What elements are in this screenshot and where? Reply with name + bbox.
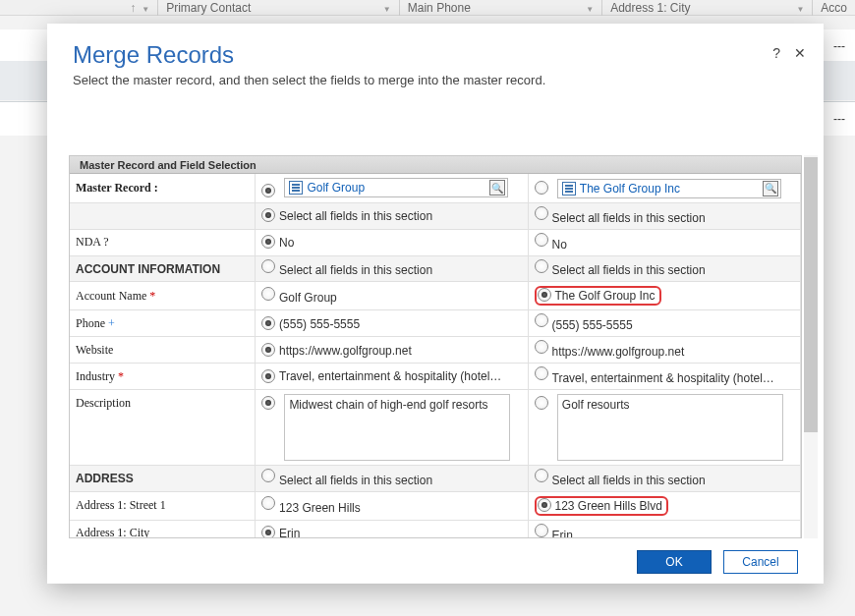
scrollbar-thumb[interactable] bbox=[804, 157, 818, 432]
radio-website-left[interactable] bbox=[261, 343, 275, 357]
record-icon bbox=[562, 182, 576, 196]
scrollbar-track[interactable] bbox=[804, 155, 818, 538]
radio-city-right[interactable] bbox=[535, 524, 548, 537]
radio-desc-right[interactable] bbox=[535, 396, 548, 410]
highlight-street: 123 Green Hills Blvd bbox=[535, 496, 668, 516]
radio-street-left[interactable] bbox=[261, 496, 275, 510]
radio-phone-left[interactable] bbox=[261, 316, 275, 330]
dialog-title: Merge Records bbox=[73, 41, 798, 69]
label-city: Address 1: City bbox=[76, 526, 149, 538]
col-address1-city[interactable]: Address 1: City bbox=[610, 1, 690, 15]
merge-records-dialog: Merge Records Select the master record, … bbox=[47, 24, 824, 584]
select-all-radio-right[interactable] bbox=[535, 206, 548, 220]
master-record-label: Master Record : bbox=[76, 181, 158, 195]
lookup-record2[interactable]: The Golf Group Inc 🔍 bbox=[557, 179, 781, 198]
radio-industry-right[interactable] bbox=[535, 366, 548, 380]
col-primary-contact[interactable]: Primary Contact bbox=[166, 1, 251, 15]
label-industry: Industry * bbox=[76, 369, 124, 383]
col-main-phone[interactable]: Main Phone bbox=[408, 1, 471, 15]
close-icon[interactable]: ✕ bbox=[794, 45, 806, 61]
radio-website-right[interactable] bbox=[535, 340, 548, 354]
select-all-addr-right[interactable] bbox=[535, 469, 548, 482]
section-bar-master: Master Record and Field Selection bbox=[70, 156, 801, 174]
filter-icon[interactable] bbox=[142, 1, 149, 15]
filter-icon[interactable] bbox=[586, 1, 594, 15]
cancel-button[interactable]: Cancel bbox=[723, 550, 798, 574]
section-account-info: ACCOUNT INFORMATION bbox=[76, 262, 220, 276]
label-website: Website bbox=[76, 343, 113, 357]
lookup-icon[interactable]: 🔍 bbox=[489, 180, 505, 196]
radio-acct-name-right[interactable] bbox=[538, 288, 551, 302]
merge-grid-panel: Master Record and Field Selection Master… bbox=[69, 155, 802, 538]
dialog-footer: OK Cancel bbox=[47, 540, 824, 584]
radio-desc-left[interactable] bbox=[261, 396, 275, 410]
radio-street-right[interactable] bbox=[538, 498, 551, 512]
help-icon[interactable]: ? bbox=[772, 45, 780, 61]
section-address: ADDRESS bbox=[76, 472, 134, 485]
lookup-record1[interactable]: Golf Group 🔍 bbox=[284, 178, 508, 197]
col-account[interactable]: Acco bbox=[821, 1, 847, 15]
dialog-subtitle: Select the master record, and then selec… bbox=[73, 73, 798, 87]
label-phone: Phone + bbox=[76, 316, 115, 330]
highlight-account-name: The Golf Group Inc bbox=[535, 286, 661, 306]
master-radio-record1[interactable] bbox=[261, 184, 275, 197]
lookup-icon[interactable]: 🔍 bbox=[763, 181, 778, 196]
label-description: Description bbox=[76, 396, 131, 410]
grid-header: Primary Contact Main Phone Address 1: Ci… bbox=[0, 0, 855, 16]
filter-icon[interactable] bbox=[383, 1, 391, 15]
desc-left-text[interactable]: Midwest chain of high-end golf resorts bbox=[284, 394, 510, 461]
select-all-acct-right[interactable] bbox=[535, 259, 548, 273]
desc-right-text[interactable]: Golf resourts bbox=[557, 394, 783, 461]
select-all-radio-left[interactable] bbox=[261, 208, 275, 222]
radio-nda-right[interactable] bbox=[535, 233, 548, 247]
master-radio-record2[interactable] bbox=[535, 181, 548, 195]
filter-icon[interactable] bbox=[796, 1, 804, 15]
radio-industry-left[interactable] bbox=[261, 369, 275, 383]
select-all-addr-left[interactable] bbox=[261, 469, 275, 482]
record-icon bbox=[289, 181, 303, 195]
select-all-acct-left[interactable] bbox=[261, 259, 275, 273]
sort-asc-icon bbox=[130, 1, 136, 15]
radio-nda-left[interactable] bbox=[261, 235, 275, 249]
radio-acct-name-left[interactable] bbox=[261, 287, 275, 301]
label-street1: Address 1: Street 1 bbox=[76, 498, 166, 512]
ok-button[interactable]: OK bbox=[637, 550, 712, 574]
label-nda: NDA ? bbox=[76, 235, 109, 249]
label-account-name: Account Name * bbox=[76, 289, 155, 303]
radio-city-left[interactable] bbox=[261, 526, 275, 538]
radio-phone-right[interactable] bbox=[535, 313, 548, 327]
